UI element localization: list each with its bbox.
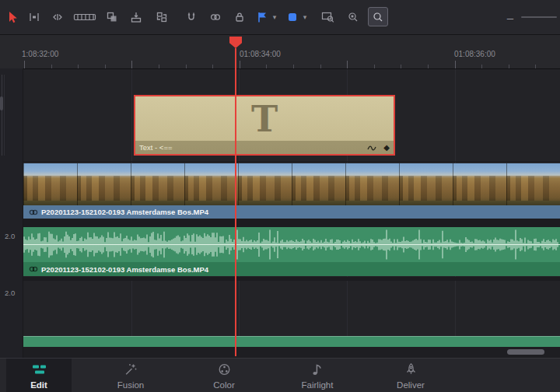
page-tab-label: Edit: [30, 380, 47, 390]
dynamic-trim-mode-icon[interactable]: [48, 8, 67, 26]
add-flag-icon[interactable]: [254, 8, 270, 26]
audio-clip-waveform[interactable]: [23, 227, 560, 262]
video-clip-label-bar[interactable]: P20201123-152102-0193 Amsterdamse Bos.MP…: [23, 205, 560, 219]
replace-clip-icon[interactable]: [152, 8, 171, 26]
track-gap: [23, 219, 560, 227]
curve-icon[interactable]: [367, 141, 376, 155]
timeline-ruler[interactable]: 1:08:32:00 01:08:34:00 01:08:36:00: [0, 34, 560, 69]
page-tab-label: Fusion: [117, 380, 145, 390]
track-divider: [23, 161, 560, 162]
trim-edit-mode-icon[interactable]: [25, 8, 44, 26]
snapping-magnet-icon[interactable]: [182, 8, 201, 26]
zoom-out-button[interactable]: –: [504, 8, 516, 26]
edit-page-icon: [32, 362, 47, 380]
overwrite-clip-icon[interactable]: [127, 8, 145, 26]
page-tab-label: Deliver: [397, 380, 425, 390]
davinci-resolve-edit-page: ▾ ▾ – 1:08:32:00 01:08:34:00 01:08:36:00: [0, 0, 560, 392]
page-tab-edit[interactable]: Edit: [6, 359, 72, 392]
keyframe-diamond-icon[interactable]: ◆: [383, 144, 390, 152]
ruler-timecode: 01:08:34:00: [240, 50, 281, 58]
selection-tool-icon[interactable]: [3, 8, 22, 26]
zoom-slider[interactable]: [521, 16, 557, 18]
add-marker-icon[interactable]: [285, 8, 300, 26]
title-clip[interactable]: T Text - <== ◆: [134, 95, 395, 156]
ruler-timecode: 01:08:36:00: [454, 50, 495, 58]
timeline-scrollbar: [0, 347, 560, 358]
page-tab-label: Fairlight: [302, 380, 334, 390]
title-clip-glyph: T: [135, 98, 394, 140]
deliver-page-icon: [404, 362, 418, 380]
scrollbar-thumb[interactable]: [507, 349, 544, 355]
color-page-icon: [217, 362, 232, 380]
marker-dropdown-chevron[interactable]: ▾: [300, 8, 310, 26]
title-clip-label-strip: Text - <== ◆: [135, 141, 394, 154]
zoom-full-extent-icon[interactable]: [319, 8, 338, 26]
audio2-channel-format: 2.0: [5, 289, 15, 297]
page-navigation: Edit Fusion Color: [0, 358, 560, 392]
ruler-ticks: [0, 59, 560, 68]
fairlight-page-icon: [310, 362, 325, 380]
page-tab-color[interactable]: Color: [191, 359, 257, 392]
audio-clip-name: P20201123-152102-0193 Amsterdamse Bos.MP…: [41, 265, 208, 274]
blade-edit-mode-icon[interactable]: [72, 8, 98, 26]
audio1-channel-format: 2.0: [5, 232, 15, 240]
track-gap: [23, 277, 560, 281]
zoom-detail-icon[interactable]: [344, 8, 362, 26]
page-tab-deliver[interactable]: Deliver: [378, 359, 443, 392]
link-icon: [29, 262, 38, 276]
playhead-line: [235, 48, 236, 356]
page-tab-fusion[interactable]: Fusion: [98, 359, 163, 392]
position-lock-icon[interactable]: [230, 8, 249, 26]
track-header-control[interactable]: [0, 96, 3, 110]
timeline-toolbar: ▾ ▾ –: [0, 0, 560, 35]
track-header-edge: [4, 75, 5, 156]
page-tab-fairlight[interactable]: Fairlight: [285, 359, 350, 392]
insert-clip-icon[interactable]: [103, 8, 121, 26]
track-header-edge: [2, 75, 2, 156]
link-icon: [29, 205, 38, 219]
zoom-custom-icon[interactable]: [368, 7, 388, 26]
video-clip-name: P20201123-152102-0193 Amsterdamse Bos.MP…: [41, 208, 208, 216]
video-clip-filmstrip[interactable]: [23, 163, 560, 205]
fusion-page-icon: [124, 362, 138, 380]
track-header-sliver: 2.0 2.0: [0, 68, 23, 358]
linked-selection-icon[interactable]: [206, 8, 225, 26]
ruler-timecode: 1:08:32:00: [22, 50, 58, 58]
audio-clip-label-bar[interactable]: P20201123-152102-0193 Amsterdamse Bos.MP…: [23, 262, 560, 276]
flag-dropdown-chevron[interactable]: ▾: [270, 8, 279, 26]
page-tab-label: Color: [213, 380, 234, 390]
audio-track2-clip[interactable]: [23, 336, 560, 347]
title-clip-name: Text - <==: [139, 141, 173, 154]
